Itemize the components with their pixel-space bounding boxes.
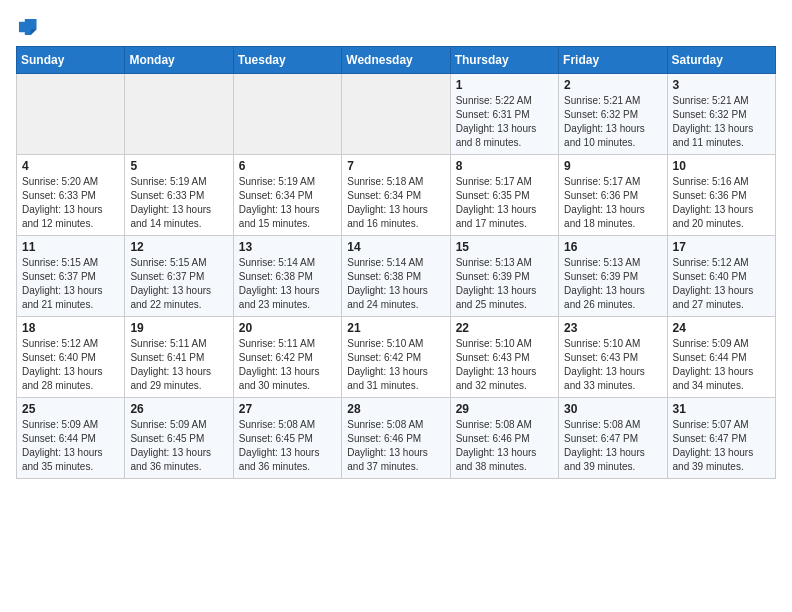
day-info: and 33 minutes. [564,379,661,393]
day-info: Sunset: 6:42 PM [239,351,336,365]
day-info: Sunrise: 5:12 AM [673,256,770,270]
day-info: Sunrise: 5:19 AM [130,175,227,189]
day-info: Sunrise: 5:17 AM [456,175,553,189]
weekday-header: Tuesday [233,47,341,74]
day-number: 1 [456,78,553,92]
calendar-cell: 23Sunrise: 5:10 AMSunset: 6:43 PMDayligh… [559,317,667,398]
day-info: Daylight: 13 hours [347,284,444,298]
day-number: 21 [347,321,444,335]
day-info: Sunset: 6:47 PM [673,432,770,446]
svg-marker-1 [31,29,37,35]
day-info: Sunset: 6:40 PM [673,270,770,284]
day-info: and 34 minutes. [673,379,770,393]
calendar-cell [342,74,450,155]
calendar-cell: 7Sunrise: 5:18 AMSunset: 6:34 PMDaylight… [342,155,450,236]
calendar-cell: 13Sunrise: 5:14 AMSunset: 6:38 PMDayligh… [233,236,341,317]
day-info: and 32 minutes. [456,379,553,393]
day-number: 26 [130,402,227,416]
day-number: 13 [239,240,336,254]
day-number: 15 [456,240,553,254]
day-number: 14 [347,240,444,254]
calendar-cell: 30Sunrise: 5:08 AMSunset: 6:47 PMDayligh… [559,398,667,479]
day-info: and 35 minutes. [22,460,119,474]
day-info: and 16 minutes. [347,217,444,231]
day-info: and 30 minutes. [239,379,336,393]
day-info: Daylight: 13 hours [456,365,553,379]
day-info: Sunrise: 5:08 AM [239,418,336,432]
weekday-header: Monday [125,47,233,74]
day-info: and 14 minutes. [130,217,227,231]
calendar-cell: 21Sunrise: 5:10 AMSunset: 6:42 PMDayligh… [342,317,450,398]
day-info: Sunrise: 5:12 AM [22,337,119,351]
calendar-week-row: 11Sunrise: 5:15 AMSunset: 6:37 PMDayligh… [17,236,776,317]
day-number: 11 [22,240,119,254]
day-info: Sunrise: 5:19 AM [239,175,336,189]
day-info: Sunrise: 5:07 AM [673,418,770,432]
day-info: and 39 minutes. [673,460,770,474]
day-info: and 24 minutes. [347,298,444,312]
day-info: Sunrise: 5:11 AM [239,337,336,351]
day-info: Sunrise: 5:10 AM [456,337,553,351]
day-number: 12 [130,240,227,254]
calendar-week-row: 25Sunrise: 5:09 AMSunset: 6:44 PMDayligh… [17,398,776,479]
calendar-cell: 8Sunrise: 5:17 AMSunset: 6:35 PMDaylight… [450,155,558,236]
day-number: 18 [22,321,119,335]
calendar-cell: 2Sunrise: 5:21 AMSunset: 6:32 PMDaylight… [559,74,667,155]
day-number: 17 [673,240,770,254]
day-info: Sunrise: 5:08 AM [347,418,444,432]
calendar-cell: 17Sunrise: 5:12 AMSunset: 6:40 PMDayligh… [667,236,775,317]
day-number: 9 [564,159,661,173]
calendar-week-row: 18Sunrise: 5:12 AMSunset: 6:40 PMDayligh… [17,317,776,398]
day-info: Daylight: 13 hours [456,203,553,217]
weekday-header: Saturday [667,47,775,74]
day-info: Daylight: 13 hours [347,446,444,460]
day-info: Sunrise: 5:17 AM [564,175,661,189]
calendar-cell: 16Sunrise: 5:13 AMSunset: 6:39 PMDayligh… [559,236,667,317]
day-info: Sunset: 6:46 PM [456,432,553,446]
day-info: Daylight: 13 hours [673,122,770,136]
day-info: and 20 minutes. [673,217,770,231]
day-info: Daylight: 13 hours [130,446,227,460]
day-info: and 27 minutes. [673,298,770,312]
day-number: 10 [673,159,770,173]
day-info: Sunset: 6:45 PM [239,432,336,446]
day-number: 29 [456,402,553,416]
day-number: 16 [564,240,661,254]
day-info: Daylight: 13 hours [564,365,661,379]
day-number: 23 [564,321,661,335]
day-info: Daylight: 13 hours [673,203,770,217]
calendar-cell: 27Sunrise: 5:08 AMSunset: 6:45 PMDayligh… [233,398,341,479]
day-info: and 10 minutes. [564,136,661,150]
day-info: and 26 minutes. [564,298,661,312]
day-info: Daylight: 13 hours [130,365,227,379]
day-number: 2 [564,78,661,92]
day-info: Daylight: 13 hours [564,446,661,460]
day-info: and 31 minutes. [347,379,444,393]
day-info: Sunrise: 5:11 AM [130,337,227,351]
day-info: Sunset: 6:43 PM [564,351,661,365]
calendar-cell [17,74,125,155]
day-info: Sunset: 6:38 PM [347,270,444,284]
day-info: and 38 minutes. [456,460,553,474]
logo-icon [16,16,38,38]
day-info: Sunrise: 5:21 AM [673,94,770,108]
day-info: Sunrise: 5:14 AM [239,256,336,270]
day-number: 27 [239,402,336,416]
calendar-cell: 4Sunrise: 5:20 AMSunset: 6:33 PMDaylight… [17,155,125,236]
day-info: Sunrise: 5:09 AM [130,418,227,432]
day-number: 31 [673,402,770,416]
day-info: Sunset: 6:32 PM [564,108,661,122]
day-info: and 12 minutes. [22,217,119,231]
day-info: Sunrise: 5:13 AM [456,256,553,270]
day-number: 25 [22,402,119,416]
day-info: Sunrise: 5:18 AM [347,175,444,189]
day-info: Sunrise: 5:13 AM [564,256,661,270]
day-info: Daylight: 13 hours [22,365,119,379]
calendar-cell: 14Sunrise: 5:14 AMSunset: 6:38 PMDayligh… [342,236,450,317]
calendar-cell: 31Sunrise: 5:07 AMSunset: 6:47 PMDayligh… [667,398,775,479]
weekday-header: Sunday [17,47,125,74]
weekday-header-row: SundayMondayTuesdayWednesdayThursdayFrid… [17,47,776,74]
day-info: Sunset: 6:37 PM [22,270,119,284]
day-info: Sunrise: 5:15 AM [22,256,119,270]
weekday-header: Thursday [450,47,558,74]
